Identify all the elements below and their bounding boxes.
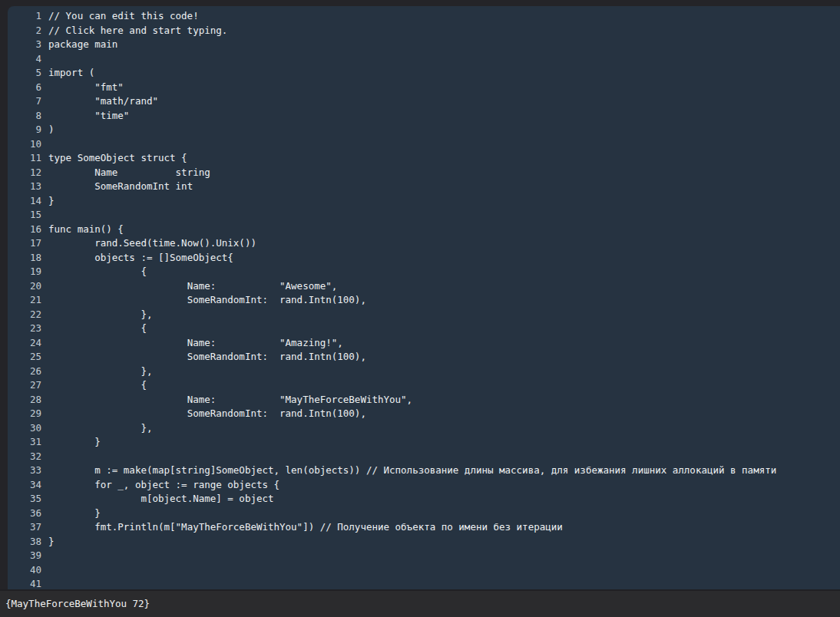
code-content[interactable]: // You can edit this code! // Click here… <box>48 9 840 577</box>
output-console: {MayTheForceBeWithYou 72} <box>0 589 840 617</box>
line-number-gutter: 1 2 3 4 5 6 7 8 9 10 11 12 13 14 15 16 1… <box>8 9 41 589</box>
output-text: {MayTheForceBeWithYou 72} <box>5 598 150 610</box>
code-text[interactable]: // You can edit this code! // Click here… <box>48 9 840 577</box>
code-editor[interactable]: 1 2 3 4 5 6 7 8 9 10 11 12 13 14 15 16 1… <box>8 6 840 589</box>
line-numbers: 1 2 3 4 5 6 7 8 9 10 11 12 13 14 15 16 1… <box>8 9 41 589</box>
